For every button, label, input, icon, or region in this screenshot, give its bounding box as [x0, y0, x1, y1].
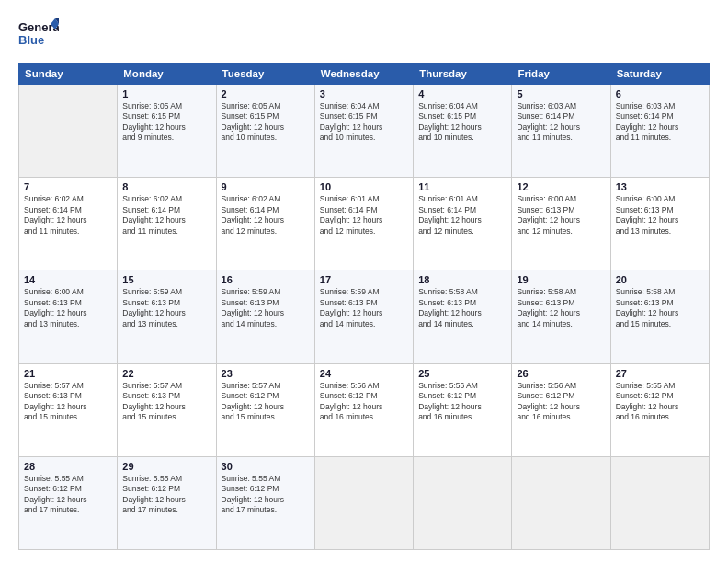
day-info: Sunrise: 6:02 AM Sunset: 6:14 PM Dayligh…	[122, 194, 210, 236]
day-number: 6	[616, 88, 704, 99]
day-info: Sunrise: 6:04 AM Sunset: 6:15 PM Dayligh…	[320, 101, 408, 144]
day-cell: 11Sunrise: 6:01 AM Sunset: 6:14 PM Dayli…	[414, 178, 512, 270]
day-cell: 27Sunrise: 5:55 AM Sunset: 6:12 PM Dayli…	[610, 363, 709, 456]
day-info: Sunrise: 6:05 AM Sunset: 6:15 PM Dayligh…	[122, 101, 210, 144]
day-info: Sunrise: 6:03 AM Sunset: 6:14 PM Dayligh…	[517, 101, 605, 144]
day-info: Sunrise: 5:58 AM Sunset: 6:13 PM Dayligh…	[616, 287, 704, 329]
day-number: 8	[122, 181, 210, 192]
day-number: 21	[24, 368, 112, 379]
day-info: Sunrise: 6:00 AM Sunset: 6:13 PM Dayligh…	[517, 194, 605, 236]
week-row-4: 21Sunrise: 5:57 AM Sunset: 6:13 PM Dayli…	[19, 363, 710, 456]
col-header-thursday: Thursday	[414, 63, 512, 85]
day-info: Sunrise: 5:57 AM Sunset: 6:13 PM Dayligh…	[122, 381, 210, 423]
day-cell: 28Sunrise: 5:55 AM Sunset: 6:12 PM Dayli…	[19, 456, 118, 549]
logo: General Blue	[18, 17, 59, 53]
day-info: Sunrise: 5:59 AM Sunset: 6:13 PM Dayligh…	[222, 287, 310, 329]
day-number: 26	[517, 368, 605, 379]
day-info: Sunrise: 5:57 AM Sunset: 6:12 PM Dayligh…	[222, 381, 310, 423]
svg-text:Blue: Blue	[18, 33, 44, 47]
day-number: 23	[222, 368, 310, 379]
day-cell	[512, 456, 610, 549]
day-cell: 8Sunrise: 6:02 AM Sunset: 6:14 PM Daylig…	[118, 178, 216, 270]
day-info: Sunrise: 5:55 AM Sunset: 6:12 PM Dayligh…	[222, 474, 310, 516]
day-info: Sunrise: 5:56 AM Sunset: 6:12 PM Dayligh…	[418, 381, 506, 423]
col-header-friday: Friday	[512, 63, 610, 85]
day-number: 11	[418, 181, 506, 192]
day-cell: 14Sunrise: 6:00 AM Sunset: 6:13 PM Dayli…	[19, 270, 118, 363]
day-number: 5	[517, 88, 605, 99]
day-number: 24	[320, 368, 408, 379]
col-header-saturday: Saturday	[610, 63, 709, 85]
day-cell: 26Sunrise: 5:56 AM Sunset: 6:12 PM Dayli…	[512, 363, 610, 456]
calendar-header-row: SundayMondayTuesdayWednesdayThursdayFrid…	[19, 63, 710, 85]
week-row-1: 1Sunrise: 6:05 AM Sunset: 6:15 PM Daylig…	[19, 85, 710, 178]
day-info: Sunrise: 5:58 AM Sunset: 6:13 PM Dayligh…	[418, 287, 506, 329]
day-info: Sunrise: 5:57 AM Sunset: 6:13 PM Dayligh…	[24, 381, 112, 423]
col-header-tuesday: Tuesday	[216, 63, 314, 85]
day-info: Sunrise: 6:05 AM Sunset: 6:15 PM Dayligh…	[222, 101, 310, 144]
calendar-table: SundayMondayTuesdayWednesdayThursdayFrid…	[18, 63, 710, 550]
day-info: Sunrise: 5:56 AM Sunset: 6:12 PM Dayligh…	[320, 381, 408, 423]
day-cell: 24Sunrise: 5:56 AM Sunset: 6:12 PM Dayli…	[314, 363, 413, 456]
day-number: 4	[418, 88, 506, 99]
day-cell: 30Sunrise: 5:55 AM Sunset: 6:12 PM Dayli…	[216, 456, 314, 549]
day-number: 29	[122, 461, 210, 472]
day-cell: 18Sunrise: 5:58 AM Sunset: 6:13 PM Dayli…	[414, 270, 512, 363]
day-cell: 25Sunrise: 5:56 AM Sunset: 6:12 PM Dayli…	[414, 363, 512, 456]
week-row-3: 14Sunrise: 6:00 AM Sunset: 6:13 PM Dayli…	[19, 270, 710, 363]
day-number: 28	[24, 461, 112, 472]
day-info: Sunrise: 5:55 AM Sunset: 6:12 PM Dayligh…	[24, 474, 112, 516]
day-cell: 16Sunrise: 5:59 AM Sunset: 6:13 PM Dayli…	[216, 270, 314, 363]
day-number: 15	[122, 274, 210, 285]
day-number: 9	[222, 181, 310, 192]
day-cell: 9Sunrise: 6:02 AM Sunset: 6:14 PM Daylig…	[216, 178, 314, 270]
day-info: Sunrise: 5:55 AM Sunset: 6:12 PM Dayligh…	[122, 474, 210, 516]
day-info: Sunrise: 5:59 AM Sunset: 6:13 PM Dayligh…	[122, 287, 210, 329]
col-header-sunday: Sunday	[19, 63, 118, 85]
day-number: 1	[122, 88, 210, 99]
day-cell	[414, 456, 512, 549]
day-cell	[314, 456, 413, 549]
day-cell: 6Sunrise: 6:03 AM Sunset: 6:14 PM Daylig…	[610, 85, 709, 178]
day-cell: 19Sunrise: 5:58 AM Sunset: 6:13 PM Dayli…	[512, 270, 610, 363]
col-header-wednesday: Wednesday	[314, 63, 413, 85]
day-cell: 21Sunrise: 5:57 AM Sunset: 6:13 PM Dayli…	[19, 363, 118, 456]
col-header-monday: Monday	[118, 63, 216, 85]
day-cell: 20Sunrise: 5:58 AM Sunset: 6:13 PM Dayli…	[610, 270, 709, 363]
day-info: Sunrise: 5:55 AM Sunset: 6:12 PM Dayligh…	[616, 381, 704, 423]
day-cell: 15Sunrise: 5:59 AM Sunset: 6:13 PM Dayli…	[118, 270, 216, 363]
day-cell: 7Sunrise: 6:02 AM Sunset: 6:14 PM Daylig…	[19, 178, 118, 270]
day-cell: 17Sunrise: 5:59 AM Sunset: 6:13 PM Dayli…	[314, 270, 413, 363]
page-header: General Blue	[18, 17, 710, 53]
day-cell: 10Sunrise: 6:01 AM Sunset: 6:14 PM Dayli…	[314, 178, 413, 270]
day-info: Sunrise: 6:02 AM Sunset: 6:14 PM Dayligh…	[24, 194, 112, 236]
day-number: 7	[24, 181, 112, 192]
day-info: Sunrise: 6:04 AM Sunset: 6:15 PM Dayligh…	[418, 101, 506, 144]
day-info: Sunrise: 6:01 AM Sunset: 6:14 PM Dayligh…	[418, 194, 506, 236]
week-row-5: 28Sunrise: 5:55 AM Sunset: 6:12 PM Dayli…	[19, 456, 710, 549]
day-cell: 12Sunrise: 6:00 AM Sunset: 6:13 PM Dayli…	[512, 178, 610, 270]
day-number: 17	[320, 274, 408, 285]
day-cell: 29Sunrise: 5:55 AM Sunset: 6:12 PM Dayli…	[118, 456, 216, 549]
day-cell: 22Sunrise: 5:57 AM Sunset: 6:13 PM Dayli…	[118, 363, 216, 456]
day-number: 3	[320, 88, 408, 99]
day-info: Sunrise: 6:03 AM Sunset: 6:14 PM Dayligh…	[616, 101, 704, 144]
day-cell: 23Sunrise: 5:57 AM Sunset: 6:12 PM Dayli…	[216, 363, 314, 456]
day-cell: 2Sunrise: 6:05 AM Sunset: 6:15 PM Daylig…	[216, 85, 314, 178]
day-cell	[19, 85, 118, 178]
day-number: 2	[222, 88, 310, 99]
day-number: 27	[616, 368, 704, 379]
day-info: Sunrise: 6:01 AM Sunset: 6:14 PM Dayligh…	[320, 194, 408, 236]
day-number: 12	[517, 181, 605, 192]
day-cell: 13Sunrise: 6:00 AM Sunset: 6:13 PM Dayli…	[610, 178, 709, 270]
day-info: Sunrise: 6:02 AM Sunset: 6:14 PM Dayligh…	[222, 194, 310, 236]
day-number: 30	[222, 461, 310, 472]
day-number: 16	[222, 274, 310, 285]
day-info: Sunrise: 5:56 AM Sunset: 6:12 PM Dayligh…	[517, 381, 605, 423]
day-number: 18	[418, 274, 506, 285]
day-cell: 4Sunrise: 6:04 AM Sunset: 6:15 PM Daylig…	[414, 85, 512, 178]
week-row-2: 7Sunrise: 6:02 AM Sunset: 6:14 PM Daylig…	[19, 178, 710, 270]
day-number: 22	[122, 368, 210, 379]
day-info: Sunrise: 6:00 AM Sunset: 6:13 PM Dayligh…	[616, 194, 704, 236]
day-cell: 5Sunrise: 6:03 AM Sunset: 6:14 PM Daylig…	[512, 85, 610, 178]
